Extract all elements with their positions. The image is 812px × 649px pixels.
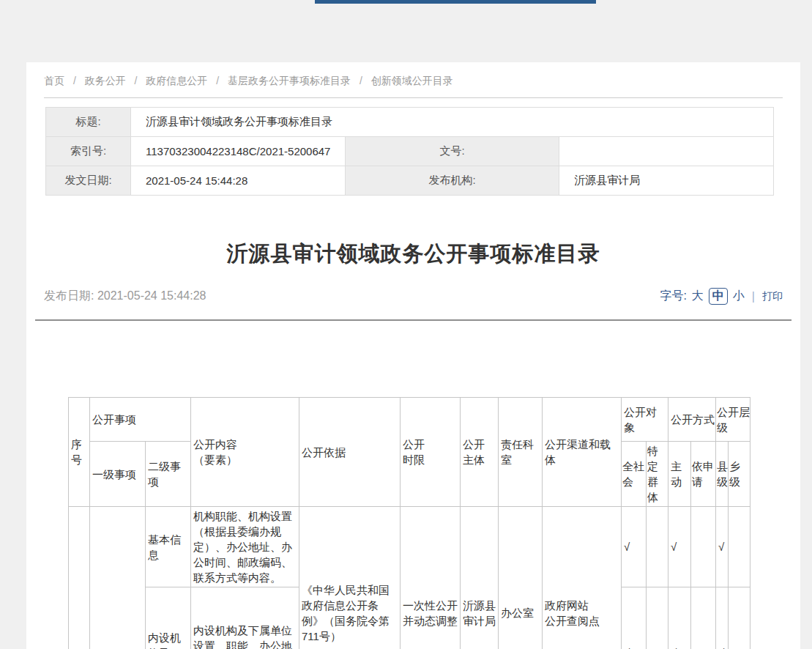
checkmark-target-specific [647,587,668,649]
checkmark-target-all: √ [622,507,647,587]
col-header-target-all: 全社会 [622,442,647,507]
checkmark-county: √ [716,507,729,587]
col-header-basis: 公开依据 [299,398,401,507]
cell-item-l2: 基本信息 [146,507,191,587]
meta-org-label: 发布机构: [345,166,559,196]
meta-index-value: 11370323004223148C/2021-5200647 [131,137,346,166]
col-header-target-specific: 特定群体 [647,442,668,507]
checkmark-target-specific [647,507,668,587]
article-divider [35,319,791,321]
cell-subject: 沂源县审计局 [461,507,499,649]
header-row-1: 序号 公开事项 公开内容 （要素） 公开依据 公开 时限 公开 主体 责任科室 … [69,398,750,442]
cell-item-l1 [90,507,146,649]
col-header-method-request: 依申请 [691,442,716,507]
cell-content: 机构职能、机构设置（根据县委编办规定）、办公地址、办公时间、邮政编码、联系方式等… [191,507,299,587]
breadcrumb-gov-info-disclosure[interactable]: 政府信息公开 [146,75,207,86]
meta-index-label: 索引号: [46,137,131,166]
col-header-level-group: 公开层级 [716,398,750,442]
meta-row-index: 索引号: 11370323004223148C/2021-5200647 文号: [46,137,774,166]
document-meta-table: 标题: 沂源县审计领域政务公开事项标准目录 索引号: 1137032300422… [45,107,774,196]
col-header-level-county: 县级 [716,442,729,507]
checkmark-target-all: √ [622,587,647,649]
page-title: 沂源县审计领域政务公开事项标准目录 [26,240,800,269]
publish-date: 发布日期: 2021-05-24 15:44:28 [44,289,206,304]
breadcrumb-innovation-catalog[interactable]: 创新领域公开目录 [371,75,453,86]
print-button[interactable]: 打印 [762,290,783,303]
cell-time-limit: 一次性公开并动态调整 [401,507,461,649]
meta-date-label: 发文日期: [46,166,131,196]
font-size-label: 字号: [660,289,686,304]
cell-dept: 办公室 [499,507,543,649]
col-header-target-group: 公开对象 [622,398,668,442]
meta-docnum-value [559,137,774,166]
checkmark-active: √ [668,587,691,649]
meta-docnum-label: 文号: [345,137,559,166]
meta-row-title: 标题: 沂源县审计领域政务公开事项标准目录 [46,108,774,137]
table-row: 基本信息 机构职能、机构设置（根据县委编办规定）、办公地址、办公时间、邮政编码、… [69,507,750,587]
cell-channel: 政府网站 公开查阅点 [543,507,622,649]
col-header-time-limit: 公开 时限 [401,398,461,507]
content-card: 首页 / 政务公开 / 政府信息公开 / 基层政务公开事项标准目录 / 创新领域… [26,62,800,649]
checkmark-active: √ [668,507,691,587]
col-header-content: 公开内容 （要素） [191,398,299,507]
toolbar-divider: | [752,290,755,303]
breadcrumb-zhengwu-gongkai[interactable]: 政务公开 [85,75,126,86]
col-header-method-active: 主动 [668,442,691,507]
breadcrumb-divider [44,97,783,98]
checkmark-request [691,507,716,587]
col-header-subject: 公开 主体 [461,398,499,507]
top-nav-bar-fragment [315,0,596,4]
col-header-seq: 序号 [69,398,90,507]
font-size-medium-button[interactable]: 中 [709,288,728,305]
meta-date-value: 2021-05-24 15:44:28 [131,166,346,196]
breadcrumb-separator: / [73,75,76,86]
cell-content: 内设机构及下属单位设置、职能、办公地址、办公时间、联系方式、负责人姓名等 [191,587,299,649]
breadcrumb-separator: / [135,75,138,86]
checkmark-county: √ [716,587,729,649]
meta-title-value: 沂源县审计领域政务公开事项标准目录 [131,108,774,137]
checkmark-request [691,587,716,649]
publish-date-value: 2021-05-24 15:44:28 [97,289,206,302]
cell-seq [69,507,90,649]
breadcrumb: 首页 / 政务公开 / 政府信息公开 / 基层政务公开事项标准目录 / 创新领域… [26,62,800,97]
checkmark-town [729,507,750,587]
col-header-level-town: 乡级 [729,442,750,507]
meta-org-value: 沂源县审计局 [559,166,774,196]
meta-row-date: 发文日期: 2021-05-24 15:44:28 发布机构: 沂源县审计局 [46,166,774,196]
cell-item-l2: 内设机构及下属事业 [146,587,191,649]
breadcrumb-separator: / [360,75,362,86]
font-size-toolbar: 字号: 大 中 小 | 打印 [660,288,783,305]
breadcrumb-standard-catalog[interactable]: 基层政务公开事项标准目录 [228,75,351,86]
breadcrumb-home[interactable]: 首页 [44,75,64,86]
col-header-method-group: 公开方式 [668,398,716,442]
cell-basis: 《中华人民共和国政府信息公开条例》（国务院令第711号） [299,507,401,649]
checkmark-town [729,587,750,649]
col-header-item-group: 公开事项 [90,398,191,442]
catalog-table: 序号 公开事项 公开内容 （要素） 公开依据 公开 时限 公开 主体 责任科室 … [68,397,750,649]
catalog-table-wrapper: 序号 公开事项 公开内容 （要素） 公开依据 公开 时限 公开 主体 责任科室 … [68,397,800,649]
publish-date-label: 发布日期: [44,289,94,302]
font-size-small-button[interactable]: 小 [733,289,745,304]
col-header-dept: 责任科室 [499,398,543,507]
col-header-channel: 公开渠道和载体 [543,398,622,507]
col-header-item-l2: 二级事项 [146,442,191,507]
publish-info-row: 发布日期: 2021-05-24 15:44:28 字号: 大 中 小 | 打印 [44,288,783,305]
font-size-large-button[interactable]: 大 [692,289,704,304]
col-header-item-l1: 一级事项 [90,442,146,507]
breadcrumb-separator: / [216,75,219,86]
meta-title-label: 标题: [46,108,131,137]
